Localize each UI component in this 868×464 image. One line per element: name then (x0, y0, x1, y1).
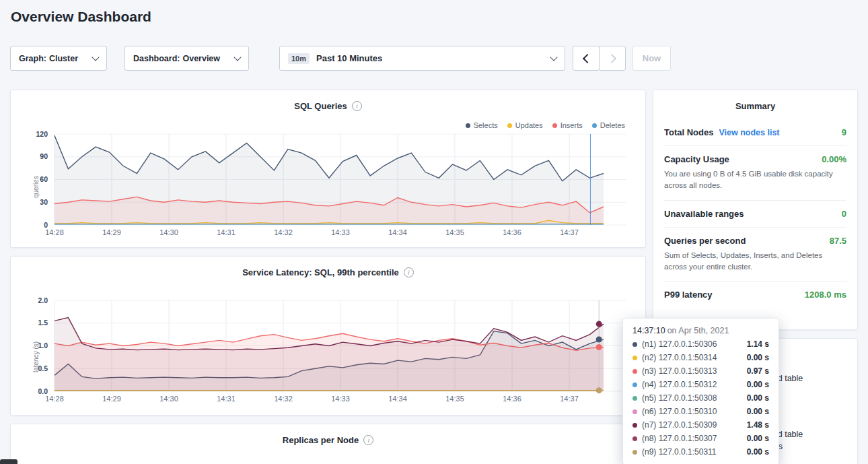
summary-total-nodes: Total Nodes View nodes list 9 (664, 119, 846, 146)
x-tick-label: 14:31 (217, 228, 236, 236)
overview-dashboard-page: Overview Dashboard Graph: Cluster Dashbo… (0, 0, 868, 464)
y-tick-label: 30 (40, 198, 48, 206)
x-tick-label: 14:30 (159, 228, 178, 236)
node-label: (n9) 127.0.0.1:50311 (642, 447, 742, 457)
x-tick-label: 14:31 (217, 395, 236, 403)
summary-title: Summary (653, 90, 857, 119)
service-latency-card: Service Latency: SQL, 99th percentile i … (10, 256, 646, 416)
info-icon[interactable]: i (404, 267, 414, 277)
node-latency-value: 0.97 s (747, 366, 769, 376)
y-tick-label: 90 (40, 152, 48, 160)
tooltip-row: (n9) 127.0.0.1:503110.00 s (632, 447, 769, 457)
node-label: (n2) 127.0.0.1:50314 (642, 353, 742, 362)
hover-dot (596, 321, 602, 327)
x-tick-label: 14:34 (388, 395, 407, 403)
graph-dropdown-label: Graph: (19, 54, 46, 63)
y-tick-label: 0.5 (38, 364, 48, 372)
summary-capacity-usage: Capacity Usage 0.00% You are using 0 B o… (664, 146, 846, 201)
chart-hover-tooltip: 14:37:10on Apr 5th, 2021 (n1) 127.0.0.1:… (622, 318, 779, 464)
series-area (55, 318, 604, 391)
node-color-dot (632, 436, 637, 441)
node-label: (n6) 127.0.0.1:50310 (642, 407, 742, 416)
node-latency-value: 0.00 s (747, 447, 769, 457)
node-color-dot (632, 342, 637, 347)
x-tick-label: 14:33 (331, 395, 350, 403)
graph-dropdown-value: Cluster (49, 54, 78, 63)
x-tick-label: 14:37 (560, 395, 579, 403)
summary-label: Total Nodes (664, 127, 713, 137)
chart-header: Service Latency: SQL, 99th percentile i (11, 267, 645, 277)
summary-value: 87.5 (830, 236, 846, 246)
x-tick-label: 14:30 (159, 395, 178, 403)
info-icon[interactable]: i (363, 435, 373, 445)
summary-value: 9 (842, 127, 846, 137)
dashboard-dropdown[interactable]: Dashboard: Overview (124, 46, 249, 71)
summary-panel: Summary Total Nodes View nodes list 9 Ca… (653, 90, 858, 330)
tooltip-row: (n4) 127.0.0.1:503120.00 s (632, 380, 769, 389)
summary-subtext: You are using 0 B of 4.5 GiB usable disk… (664, 168, 846, 192)
y-tick-label: 60 (40, 175, 48, 183)
tooltip-row: (n6) 127.0.0.1:503100.00 s (632, 407, 769, 416)
tooltip-row: (n1) 127.0.0.1:503061.14 s (632, 339, 769, 349)
x-tick-label: 14:34 (388, 228, 407, 236)
time-range-value: Past 10 Minutes (316, 53, 382, 63)
tooltip-header: 14:37:10on Apr 5th, 2021 (632, 326, 769, 335)
summary-value: 0 (842, 209, 846, 219)
view-nodes-list-link[interactable]: View nodes list (719, 128, 779, 137)
dashboard-dropdown-value: Overview (182, 54, 220, 63)
hover-dot (596, 337, 602, 343)
node-label: (n3) 127.0.0.1:50313 (642, 366, 742, 376)
chart-header: SQL Queries i (11, 101, 645, 111)
summary-label: Unavailable ranges (664, 209, 744, 219)
time-prev-button[interactable] (573, 46, 600, 71)
node-latency-value: 1.48 s (747, 420, 769, 430)
info-icon[interactable]: i (352, 101, 362, 111)
node-label: (n7) 127.0.0.1:50309 (642, 420, 742, 430)
summary-label: P99 latency (664, 290, 713, 300)
chevron-down-icon (233, 53, 241, 61)
service-latency-chart[interactable]: 14:2814:2914:3014:3114:3214:3314:3414:35… (17, 294, 633, 411)
time-next-button[interactable] (599, 46, 626, 71)
corner-widget[interactable] (0, 459, 17, 464)
hover-dot (596, 344, 602, 350)
x-tick-label: 14:32 (274, 228, 293, 236)
tooltip-row: (n8) 127.0.0.1:503070.00 s (632, 434, 769, 443)
summary-value: 0.00% (822, 154, 846, 164)
chart-header: Replicas per Node i (11, 435, 645, 445)
chart-title: Replicas per Node (283, 435, 359, 445)
hover-dot (596, 387, 602, 393)
x-tick-label: 14:36 (503, 395, 521, 403)
chevron-down-icon (92, 53, 99, 61)
time-range-selector[interactable]: 10m Past 10 Minutes (279, 46, 565, 71)
node-color-dot (632, 356, 637, 360)
page-title: Overview Dashboard (11, 9, 151, 25)
y-tick-label: 0 (44, 221, 48, 229)
now-button[interactable]: Now (632, 46, 671, 71)
y-tick-label: 2.0 (38, 296, 48, 304)
node-color-dot (632, 450, 637, 455)
chart-title: SQL Queries (294, 101, 347, 111)
node-color-dot (632, 423, 637, 428)
summary-value: 1208.0 ms (805, 290, 846, 300)
y-tick-label: 1.5 (38, 319, 48, 327)
tooltip-time: 14:37:10 (632, 326, 665, 335)
node-latency-value: 0.00 s (747, 353, 769, 362)
x-tick-label: 14:32 (274, 395, 293, 403)
x-tick-label: 14:29 (102, 395, 121, 403)
sql-queries-card: SQL Queries i SelectsUpdatesInsertsDelet… (10, 90, 646, 248)
summary-p99-latency: P99 latency 1208.0 ms (664, 281, 846, 308)
replicas-per-node-card: Replicas per Node i (10, 424, 646, 464)
tooltip-date: on Apr 5th, 2021 (667, 326, 729, 335)
tooltip-rows: (n1) 127.0.0.1:503061.14 s(n2) 127.0.0.1… (632, 339, 769, 457)
y-tick-label: 0.0 (38, 387, 48, 395)
summary-queries-per-second: Queries per second 87.5 Sum of Selects, … (664, 228, 846, 282)
time-range-badge: 10m (288, 53, 310, 64)
graph-dropdown[interactable]: Graph: Cluster (10, 46, 107, 71)
x-tick-label: 14:29 (102, 228, 121, 236)
x-tick-label: 14:36 (503, 228, 521, 236)
x-tick-label: 14:35 (445, 395, 464, 403)
y-tick-label: 1.0 (38, 341, 48, 350)
dashboard-dropdown-label: Dashboard: (133, 54, 180, 63)
node-latency-value: 0.00 s (747, 407, 769, 416)
sql-queries-chart[interactable]: 14:2814:2914:3014:3114:3214:3314:3414:35… (17, 127, 633, 245)
